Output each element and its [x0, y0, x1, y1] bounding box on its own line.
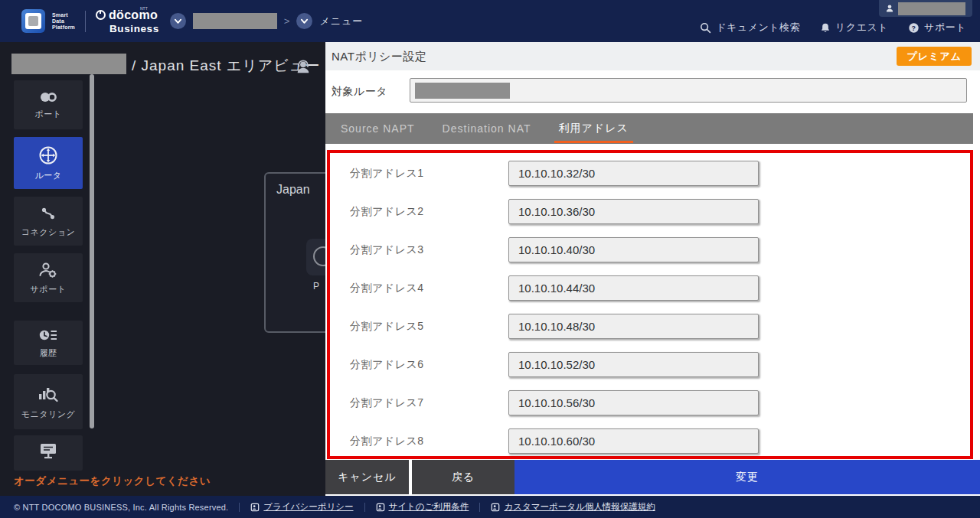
tab-used-addresses[interactable]: 利用アドレス: [559, 122, 629, 135]
privacy-policy-link[interactable]: プライバシーポリシー: [250, 501, 353, 513]
form-row-label: 分割アドレス4: [350, 282, 424, 295]
address-input-4[interactable]: 10.10.10.44/30: [508, 275, 759, 301]
topology-card-title: Japan: [276, 183, 310, 197]
external-link-icon: [491, 503, 500, 512]
topology-node[interactable]: [306, 239, 325, 275]
header-utilities: ドキュメント検索 リクエスト ? サポート: [700, 21, 980, 34]
chevron-down-icon[interactable]: [170, 13, 186, 29]
user-icon: [885, 4, 894, 13]
bell-icon: [820, 22, 831, 34]
form-row: 分割アドレス1 10.10.10.32/30: [330, 161, 970, 199]
form-row: 分割アドレス7 10.10.10.56/30: [330, 390, 970, 428]
tab-destination-nat[interactable]: Destination NAT: [443, 122, 531, 135]
brand-logos: Smart Data Platform NTT döcomo Business: [0, 8, 159, 34]
active-tab-underline: [554, 141, 633, 143]
form-row-label: 分割アドレス5: [350, 320, 424, 334]
cancel-button[interactable]: キャンセル: [325, 460, 409, 494]
router-icon: [38, 145, 58, 165]
chevron-down-icon[interactable]: [296, 13, 312, 29]
topology-node-label: P: [313, 281, 319, 292]
breadcrumb: > メニュー: [170, 13, 364, 29]
port-icon: [38, 90, 58, 104]
footer-bar: © NTT DOCOMO BUSINESS, Inc. All Rights R…: [0, 496, 980, 518]
footer-divider: [239, 503, 240, 512]
area-view-background: / Japan East エリアビュー ポート ルータ コネクション サポート: [0, 42, 325, 496]
target-router-input[interactable]: [410, 78, 967, 103]
request-button[interactable]: リクエスト: [820, 21, 888, 34]
menu-dropdown[interactable]: メニュー: [319, 15, 363, 28]
address-input-6[interactable]: 10.10.10.52/30: [508, 352, 759, 377]
docomo-ring-icon: [96, 10, 106, 20]
tab-source-napt[interactable]: Source NAPT: [341, 122, 415, 135]
redacted-tenant-name: [193, 13, 277, 29]
form-row: 分割アドレス3 10.10.10.40/30: [330, 237, 970, 275]
redacted-workspace-name: [11, 54, 126, 74]
order-menu-hint: オーダメニューをクリックしてください: [14, 474, 211, 488]
form-row: 分割アドレス2 10.10.10.36/30: [330, 199, 970, 237]
sidebar-item-connection[interactable]: コネクション: [14, 197, 83, 246]
sidebar-item-port[interactable]: ポート: [14, 80, 83, 129]
footer-divider: [364, 503, 365, 512]
sidebar-item-router[interactable]: ルータ: [14, 137, 83, 189]
user-account-chip[interactable]: [879, 0, 972, 17]
support-gear-icon: [38, 261, 58, 279]
breadcrumb-separator: >: [284, 15, 290, 27]
search-icon: [700, 22, 711, 34]
address-input-1[interactable]: 10.10.10.32/30: [508, 161, 759, 186]
submit-change-button[interactable]: 変更: [514, 460, 980, 494]
app-window: Smart Data Platform NTT döcomo Business …: [0, 0, 980, 518]
sidebar-item-support[interactable]: サポート: [14, 253, 83, 302]
docomo-business-logo: NTT döcomo Business: [96, 8, 159, 34]
smart-data-platform-logo-icon: [21, 9, 45, 33]
form-row-label: 分割アドレス8: [350, 435, 424, 448]
terms-of-use-link[interactable]: サイトのご利用条件: [376, 501, 469, 513]
node-circle-icon: [313, 246, 325, 266]
redacted-user-name: [898, 2, 965, 15]
document-search-button[interactable]: ドキュメント検索: [700, 21, 800, 34]
svg-text:?: ?: [912, 24, 916, 31]
monitoring-icon: [38, 384, 59, 404]
sidebar-item-monitoring[interactable]: モニタリング: [14, 374, 83, 429]
personal-info-policy-link[interactable]: カスタマーポータル個人情報保護規約: [491, 501, 655, 513]
sidebar-item-orders[interactable]: [14, 435, 83, 471]
history-icon: [38, 327, 58, 343]
external-link-icon: [376, 503, 385, 512]
topology-region-card[interactable]: Japan P: [264, 172, 325, 333]
form-row-label: 分割アドレス6: [350, 358, 424, 372]
action-button-bar: キャンセル 戻る 変更: [325, 460, 980, 494]
smart-data-platform-wordmark: Smart Data Platform: [52, 12, 75, 31]
order-monitor-icon: [38, 441, 58, 460]
top-header-bar: Smart Data Platform NTT döcomo Business …: [0, 0, 980, 42]
address-input-5[interactable]: 10.10.10.48/30: [508, 314, 759, 339]
form-row: 分割アドレス4 10.10.10.44/30: [330, 275, 970, 314]
external-link-icon: [250, 503, 260, 512]
redacted-router-name: [415, 83, 510, 99]
copyright-text: © NTT DOCOMO BUSINESS, Inc. All Rights R…: [14, 503, 228, 512]
premium-badge-button[interactable]: プレミアム: [897, 47, 972, 66]
area-view-title: / Japan East エリアビュー: [132, 56, 320, 76]
help-icon: ?: [908, 22, 920, 34]
sidebar-scrollbar[interactable]: [90, 74, 94, 428]
nat-tabs: Source NAPT Destination NAT 利用アドレス: [325, 113, 973, 144]
support-help-button[interactable]: ? サポート: [908, 21, 966, 34]
order-menu-sidebar: ポート ルータ コネクション サポート 履歴 モニタリング: [14, 80, 83, 471]
form-row: 分割アドレス6 10.10.10.52/30: [330, 352, 970, 390]
form-row: 分割アドレス5 10.10.10.48/30: [330, 314, 970, 352]
address-input-2[interactable]: 10.10.10.36/30: [508, 199, 759, 224]
brand-divider: [85, 11, 86, 32]
target-router-label: 対象ルータ: [332, 85, 387, 99]
footer-divider: [479, 503, 480, 512]
connection-icon: [39, 205, 57, 222]
back-button[interactable]: 戻る: [412, 460, 514, 494]
nat-policy-panel: NATポリシー設定 プレミアム 対象ルータ Source NAPT Destin…: [325, 42, 980, 496]
address-input-8[interactable]: 10.10.10.60/30: [508, 428, 759, 454]
form-row-label: 分割アドレス1: [350, 167, 424, 181]
address-input-3[interactable]: 10.10.10.40/30: [508, 237, 759, 262]
support-agent-icon: [295, 58, 312, 75]
panel-title: NATポリシー設定: [332, 42, 426, 70]
panel-header: NATポリシー設定 プレミアム: [325, 42, 980, 70]
sidebar-item-history[interactable]: 履歴: [14, 321, 83, 365]
form-row-label: 分割アドレス2: [350, 205, 424, 219]
address-input-7[interactable]: 10.10.10.56/30: [508, 390, 759, 415]
form-row-label: 分割アドレス7: [350, 396, 424, 410]
